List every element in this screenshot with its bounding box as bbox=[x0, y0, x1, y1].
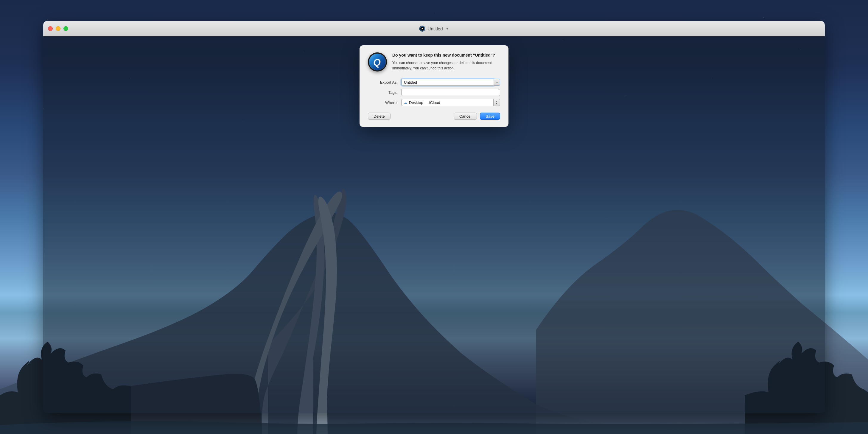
dialog-text: Do you want to keep this new document “U… bbox=[392, 53, 500, 71]
mac-window: Untitled ▼ bbox=[43, 21, 825, 413]
delete-button[interactable]: Delete bbox=[368, 113, 391, 120]
where-value: Desktop — iCloud bbox=[409, 100, 440, 105]
dialog-subtitle: You can choose to save your changes, or … bbox=[392, 60, 500, 71]
buttons-right: Cancel Save bbox=[454, 113, 500, 120]
window-title-group: Untitled ▼ bbox=[420, 26, 449, 32]
dialog-buttons: Delete Cancel Save bbox=[368, 112, 500, 120]
svg-text:Q: Q bbox=[373, 57, 381, 68]
stepper-up-arrow: ▲ bbox=[496, 100, 498, 102]
where-wrapper: ☁ Desktop — iCloud ▲ ▼ bbox=[401, 99, 500, 106]
close-button[interactable] bbox=[48, 26, 53, 31]
export-as-input[interactable] bbox=[401, 79, 494, 86]
export-as-dropdown-button[interactable]: ▾ bbox=[494, 79, 500, 86]
export-as-wrapper: ▾ bbox=[401, 79, 500, 86]
dialog-title: Do you want to keep this new document “U… bbox=[392, 53, 500, 58]
title-dropdown-arrow[interactable]: ▼ bbox=[445, 27, 448, 30]
tags-label: Tags: bbox=[368, 90, 398, 95]
export-as-label: Export As: bbox=[368, 80, 398, 85]
save-button[interactable]: Save bbox=[480, 113, 500, 120]
where-select-display[interactable]: ☁ Desktop — iCloud bbox=[401, 99, 494, 106]
cloud-icon: ☁ bbox=[404, 101, 407, 104]
dialog-overlay: Q Do you want to keep this new document … bbox=[43, 36, 825, 413]
tags-input[interactable] bbox=[401, 89, 500, 96]
window-content: Q Do you want to keep this new document … bbox=[43, 36, 825, 413]
where-row: Where: ☁ Desktop — iCloud ▲ ▼ bbox=[368, 99, 500, 106]
dialog-header: Q Do you want to keep this new document … bbox=[368, 53, 500, 71]
save-dialog: Q Do you want to keep this new document … bbox=[360, 45, 508, 127]
traffic-lights bbox=[48, 26, 68, 31]
title-bar: Untitled ▼ bbox=[43, 21, 825, 36]
minimize-button[interactable] bbox=[56, 26, 60, 31]
maximize-button[interactable] bbox=[63, 26, 68, 31]
export-as-row: Export As: ▾ bbox=[368, 79, 500, 86]
window-title: Untitled bbox=[428, 26, 443, 31]
where-label: Where: bbox=[368, 100, 398, 105]
app-icon: Q bbox=[368, 53, 387, 71]
quicktime-title-icon bbox=[420, 26, 425, 32]
tags-row: Tags: bbox=[368, 89, 500, 96]
stepper-down-arrow: ▼ bbox=[496, 102, 498, 104]
where-stepper-button[interactable]: ▲ ▼ bbox=[494, 99, 500, 106]
cancel-button[interactable]: Cancel bbox=[454, 113, 477, 120]
